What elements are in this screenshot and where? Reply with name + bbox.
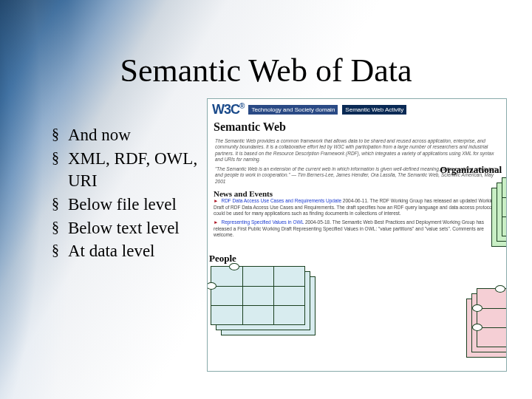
stack-label-organizational: Organizational — [440, 164, 502, 176]
w3c-logo: W3C® — [212, 102, 244, 117]
bullet-item: Below file level — [52, 194, 200, 216]
slide: Semantic Web of Data And now XML, RDF, O… — [0, 0, 532, 399]
card — [211, 266, 305, 325]
bullet-marker-icon: ► — [214, 198, 218, 203]
bullet-item: Below text level — [52, 217, 200, 239]
card — [477, 288, 507, 347]
card — [502, 177, 507, 236]
embedded-screenshot: W3C® Technology and Society domain Seman… — [207, 98, 507, 372]
bullet-item: And now — [52, 124, 200, 146]
news-item: ►Representing Specified Values in OWL 20… — [208, 219, 506, 238]
news-date: 2004-05-18 — [305, 219, 330, 225]
bullet-item: At data level — [52, 240, 200, 262]
news-link[interactable]: RDF Data Access Use Cases and Requiremen… — [221, 198, 341, 203]
bullet-list: And now XML, RDF, OWL, URI Below file le… — [52, 124, 200, 264]
bullet-item: XML, RDF, OWL, URI — [52, 148, 200, 192]
news-link[interactable]: Representing Specified Values in OWL — [221, 219, 304, 225]
intro-paragraph: The Semantic Web provides a common frame… — [208, 137, 506, 165]
news-item: ►RDF Data Access Use Cases and Requireme… — [208, 198, 506, 216]
bullet-marker-icon: ► — [214, 219, 218, 225]
tag-semantic-web: Semantic Web Activity — [342, 105, 406, 115]
news-heading: News and Events — [208, 186, 506, 198]
stack-label-news: News — [506, 275, 507, 287]
news-date: 2004-06-11 — [343, 198, 367, 203]
slide-title: Semantic Web of Data — [0, 52, 532, 89]
w3c-page: W3C® Technology and Society domain Seman… — [207, 98, 507, 372]
w3c-header-row: W3C® Technology and Society domain Seman… — [208, 99, 506, 119]
page-heading: Semantic Web — [208, 119, 506, 137]
tag-tech-society: Technology and Society domain — [248, 105, 338, 115]
